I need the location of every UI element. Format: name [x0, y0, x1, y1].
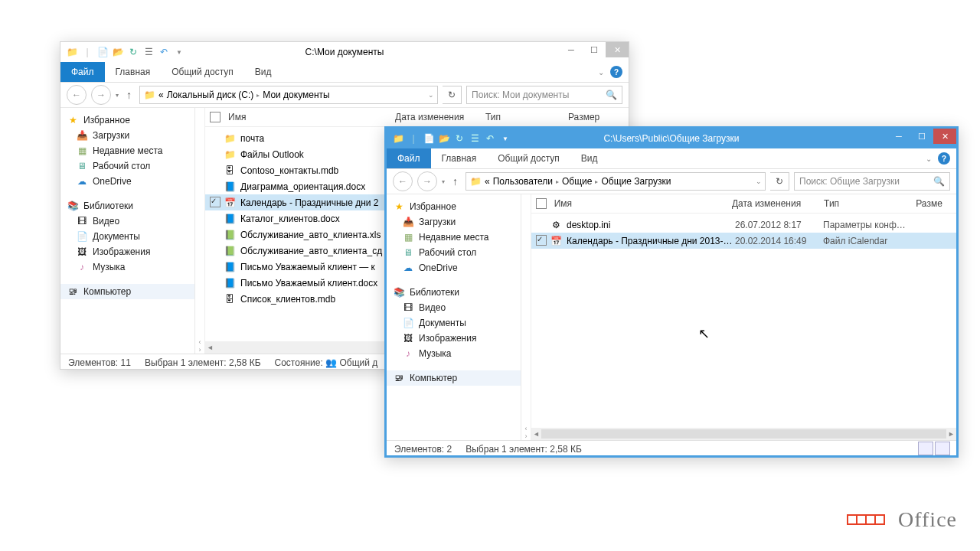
back-button[interactable]: ←	[67, 85, 87, 105]
minimize-button[interactable]: ─	[887, 129, 910, 144]
thumb-view-icon	[935, 442, 950, 455]
nav-images[interactable]: 🖼Изображения	[60, 244, 194, 259]
qat-dropdown-icon[interactable]: ▼	[498, 132, 512, 145]
undo-arrow-icon[interactable]: ↶	[483, 132, 497, 145]
nav-downloads[interactable]: 📥Загрузки	[387, 214, 521, 230]
tab-home[interactable]: Главная	[105, 62, 162, 82]
help-icon[interactable]: ?	[938, 152, 950, 165]
titlebar[interactable]: 📁 | 📄 📂 ↻ ☰ ↶ ▼ C:\Мои документы ─ ☐ ✕	[60, 42, 629, 62]
folder-icon: 📁	[143, 89, 155, 101]
chevron-down-icon[interactable]: ⌄	[756, 178, 762, 185]
help-icon[interactable]: ?	[610, 66, 622, 78]
file-icon: ⚙	[550, 219, 562, 231]
column-headers[interactable]: Имя Дата изменения Тип Размер	[205, 108, 629, 127]
forward-button[interactable]: →	[91, 85, 111, 105]
file-row[interactable]: ⚙desktop.ini26.07.2012 8:17Параметры кон…	[531, 217, 956, 233]
details-view-icon	[918, 442, 933, 455]
window-title: C:\Users\Public\Общие Загрузки	[603, 133, 739, 144]
tab-home[interactable]: Главная	[431, 148, 488, 168]
nav-libraries[interactable]: 📚Библиотеки	[387, 285, 521, 300]
chevron-down-icon[interactable]: ⌄	[428, 91, 434, 99]
up-button[interactable]: ↑	[123, 89, 135, 101]
nav-downloads[interactable]: 📥Загрузки	[60, 128, 194, 143]
refresh-button[interactable]: ↻	[443, 86, 462, 104]
column-headers[interactable]: Имя Дата изменения Тип Разме	[531, 194, 956, 214]
tab-view[interactable]: Вид	[570, 148, 609, 168]
nav-onedrive[interactable]: ☁OneDrive	[60, 174, 194, 189]
office-logo: Office	[847, 507, 957, 532]
tab-file[interactable]: Файл	[60, 62, 105, 82]
nav-music[interactable]: ♪Музыка	[60, 259, 194, 275]
nav-images[interactable]: 🖼Изображения	[387, 331, 521, 346]
nav-documents[interactable]: 📄Документы	[60, 229, 194, 244]
up-button[interactable]: ↑	[449, 175, 461, 187]
undo-icon[interactable]: ↻	[452, 132, 466, 145]
maximize-button[interactable]: ☐	[910, 129, 933, 144]
file-list: Имя Дата изменения Тип Разме ⚙desktop.in…	[531, 194, 956, 440]
new-doc-icon[interactable]: 📄	[96, 45, 109, 59]
library-icon: 📚	[67, 200, 79, 212]
nav-music[interactable]: ♪Музыка	[387, 346, 521, 361]
tab-share[interactable]: Общий доступ	[487, 148, 570, 168]
undo-icon[interactable]: ↻	[126, 45, 140, 59]
file-icon: 📗	[224, 229, 236, 241]
forward-button[interactable]: →	[417, 171, 437, 191]
qat-sep: |	[407, 132, 420, 145]
file-icon: 📅	[550, 235, 562, 247]
recent-icon: ▦	[76, 145, 88, 157]
nav-recent[interactable]: ▦Недавние места	[60, 143, 194, 158]
nav-desktop[interactable]: 🖥Рабочий стол	[60, 158, 194, 174]
chevron-down-icon[interactable]: ⌄	[598, 68, 604, 77]
breadcrumb[interactable]: 📁 « Локальный диск (C:)▸ Мои документы ⌄	[139, 86, 438, 104]
file-icon: 📘	[224, 261, 236, 273]
history-dropdown-icon[interactable]: ▾	[442, 178, 445, 185]
maximize-button[interactable]: ☐	[583, 42, 606, 57]
nav-libraries[interactable]: 📚Библиотеки	[60, 198, 194, 214]
chevron-down-icon[interactable]: ⌄	[926, 155, 932, 163]
nav-scrollbar[interactable]: ‹›	[521, 194, 531, 440]
nav-favorites[interactable]: ★Избранное	[60, 112, 194, 128]
nav-recent[interactable]: ▦Недавние места	[387, 230, 521, 245]
search-input[interactable]: Поиск: Общие Загрузки 🔍	[794, 172, 950, 191]
nav-favorites[interactable]: ★Избранное	[387, 199, 521, 214]
qat-dropdown-icon[interactable]: ▼	[172, 45, 186, 59]
file-icon: 🗄	[224, 165, 236, 177]
nav-pane: ★Избранное 📥Загрузки ▦Недавние места 🖥Ра…	[387, 194, 521, 440]
history-dropdown-icon[interactable]: ▾	[116, 92, 119, 99]
undo-arrow-icon[interactable]: ↶	[157, 45, 171, 59]
nav-scrollbar[interactable]: ‹›	[195, 108, 205, 354]
explorer-window-2: 📁 | 📄 📂 ↻ ☰ ↶ ▼ C:\Users\Public\Общие За…	[384, 126, 959, 458]
video-icon: 🎞	[76, 215, 88, 227]
view-buttons[interactable]	[918, 442, 950, 455]
file-row[interactable]: 📅Календарь - Праздничные дни 2013-…20.02…	[531, 233, 956, 249]
tab-file[interactable]: Файл	[387, 148, 431, 168]
nav-video[interactable]: 🎞Видео	[60, 214, 194, 229]
back-button[interactable]: ←	[393, 171, 413, 191]
document-icon: 📄	[76, 230, 88, 243]
nav-desktop[interactable]: 🖥Рабочий стол	[387, 245, 521, 260]
nav-computer[interactable]: 🖳Компьютер	[387, 370, 521, 386]
props-icon[interactable]: ☰	[468, 132, 482, 145]
tab-view[interactable]: Вид	[244, 62, 283, 82]
new-doc-icon[interactable]: 📄	[422, 132, 436, 145]
selectall-checkbox[interactable]	[536, 198, 547, 209]
close-button[interactable]: ✕	[933, 129, 956, 144]
refresh-button[interactable]: ↻	[770, 172, 789, 191]
minimize-button[interactable]: ─	[560, 42, 583, 57]
file-icon: 📁	[224, 132, 236, 145]
open-folder-icon[interactable]: 📂	[437, 132, 451, 145]
search-input[interactable]: Поиск: Мои документы 🔍	[466, 86, 622, 104]
breadcrumb[interactable]: 📁 « Пользователи▸ Общие▸ Общие Загрузки …	[466, 172, 766, 191]
h-scrollbar[interactable]: ◄►	[531, 428, 956, 440]
download-icon: 📥	[402, 216, 414, 228]
tab-share[interactable]: Общий доступ	[161, 62, 244, 82]
props-icon[interactable]: ☰	[142, 45, 155, 59]
nav-video[interactable]: 🎞Видео	[387, 300, 521, 315]
nav-onedrive[interactable]: ☁OneDrive	[387, 260, 521, 276]
close-button[interactable]: ✕	[606, 42, 629, 57]
nav-computer[interactable]: 🖳Компьютер	[60, 284, 194, 299]
selectall-checkbox[interactable]	[210, 112, 220, 122]
nav-documents[interactable]: 📄Документы	[387, 315, 521, 331]
open-folder-icon[interactable]: 📂	[111, 45, 125, 59]
titlebar[interactable]: 📁 | 📄 📂 ↻ ☰ ↶ ▼ C:\Users\Public\Общие За…	[387, 129, 956, 148]
